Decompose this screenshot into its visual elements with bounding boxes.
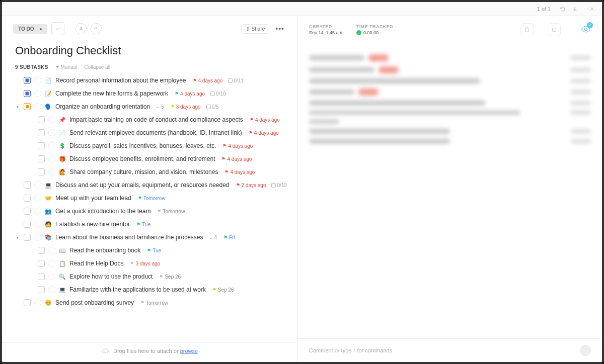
subtask-row[interactable]: ▾📄Record personal information about the …: [15, 74, 297, 87]
subtask-title[interactable]: Send relevant employee documents (handbo…: [69, 129, 242, 136]
drag-handle-icon[interactable]: [34, 181, 41, 189]
subtask-list[interactable]: ▾📄Record personal information about the …: [2, 73, 297, 342]
drag-handle-icon[interactable]: [48, 116, 55, 123]
subtask-checkbox[interactable]: [38, 286, 45, 293]
subtask-title[interactable]: Complete the new hire forms & paperwork: [55, 90, 168, 97]
subtask-title[interactable]: Organize an onboarding orientation: [55, 103, 150, 110]
collapse-toggle-icon[interactable]: ▾: [15, 105, 20, 109]
subtask-row[interactable]: ▾📝Complete the new hire forms & paperwor…: [15, 87, 297, 100]
tab-1[interactable]: [6, 5, 23, 13]
checklist-progress[interactable]: 0/10: [210, 91, 225, 97]
subtask-title[interactable]: Establish a new hire mentor: [55, 221, 130, 228]
attachment-dropzone[interactable]: Drop files here to attach or browse: [2, 342, 297, 362]
task-title[interactable]: Onboarding Checklist: [2, 39, 297, 64]
comment-input[interactable]: Comment or type / for commands: [298, 338, 602, 362]
due-date[interactable]: ⚑2 days ago: [236, 183, 266, 188]
subtask-row[interactable]: 💲Discuss payroll, sales incentives, bonu…: [15, 139, 297, 152]
subtask-title[interactable]: Discuss payroll, sales incentives, bonus…: [69, 142, 216, 149]
checklist-progress[interactable]: 0/10: [271, 183, 286, 188]
status-next-icon[interactable]: ▸: [37, 27, 42, 31]
due-date[interactable]: ⚑4 days ago: [193, 78, 223, 83]
drag-handle-icon[interactable]: [34, 221, 41, 228]
drag-handle-icon[interactable]: [48, 155, 55, 162]
drag-handle-icon[interactable]: [48, 247, 55, 254]
subtask-row[interactable]: ▾🤝Meet up with your team lead⚑Tomorrow: [15, 192, 297, 205]
subtask-checkbox[interactable]: [38, 116, 45, 123]
subtask-title[interactable]: Record personal information about the em…: [55, 77, 186, 84]
due-date[interactable]: ⚑Tue: [136, 222, 150, 227]
due-date[interactable]: ⚑Sep 26: [212, 287, 234, 293]
subtask-checkbox[interactable]: [38, 129, 45, 136]
tab-2[interactable]: [29, 5, 46, 13]
checklist-progress[interactable]: 0/5: [206, 104, 219, 110]
subtask-checkbox[interactable]: [38, 168, 45, 175]
subtask-title[interactable]: Meet up with your team lead: [55, 195, 131, 202]
refresh-icon[interactable]: [557, 3, 569, 15]
subtask-checkbox[interactable]: [38, 142, 45, 149]
share-button[interactable]: ⇧ Share: [241, 24, 270, 34]
drag-handle-icon[interactable]: [48, 260, 55, 267]
play-icon[interactable]: [356, 30, 361, 35]
due-date[interactable]: ⚑Tomorrow: [140, 300, 168, 306]
timer-button[interactable]: [520, 23, 534, 36]
subtask-row[interactable]: 🎁Discuss employee benefits, enrollment, …: [15, 152, 297, 165]
subtask-row[interactable]: ▾😊Send post onboarding survey⚑Tomorrow: [15, 296, 297, 309]
subtask-checkbox[interactable]: [24, 90, 31, 97]
mark-complete-button[interactable]: [51, 22, 64, 35]
due-date[interactable]: ⚑4 days ago: [175, 91, 205, 97]
subtask-checkbox[interactable]: [38, 273, 45, 280]
subtask-row[interactable]: ▾🧑Establish a new hire mentor⚑Tue: [15, 218, 297, 231]
drag-handle-icon[interactable]: [34, 208, 41, 215]
subtask-title[interactable]: Impart basic training on code of conduct…: [69, 116, 243, 123]
subtask-title[interactable]: Get a quick introduction to the team: [55, 208, 150, 215]
priority-add-icon[interactable]: [91, 23, 102, 34]
drag-handle-icon[interactable]: [48, 129, 55, 136]
assignee-add-icon[interactable]: [76, 23, 87, 34]
subtask-row[interactable]: ▾📚Learn about the business and familiari…: [15, 231, 297, 244]
subtask-title[interactable]: Send post onboarding survey: [55, 299, 134, 306]
close-icon[interactable]: [586, 3, 598, 15]
subtask-row[interactable]: ▾💻Discuss and set up your emails, equipm…: [15, 178, 297, 192]
subtask-row[interactable]: 📋Read the Help Docs⚑3 days ago: [15, 257, 297, 270]
drag-handle-icon[interactable]: [34, 103, 41, 110]
due-date[interactable]: ⚑Sep 26: [159, 274, 181, 280]
drag-handle-icon[interactable]: [34, 195, 41, 202]
collapse-toggle-icon[interactable]: ▾: [15, 235, 20, 240]
subtask-title[interactable]: Discuss and set up your emails, equipmen…: [55, 181, 230, 189]
subtask-checkbox[interactable]: [38, 247, 45, 254]
drag-handle-icon[interactable]: [48, 142, 55, 149]
watchers-button[interactable]: 2: [581, 24, 591, 35]
subtask-row[interactable]: 📖Read the onboarding book⚑Tue: [15, 244, 297, 257]
due-date[interactable]: ⚑4 days ago: [221, 156, 252, 162]
subtask-row[interactable]: 📄Send relevant employee documents (handb…: [15, 126, 297, 139]
collapse-all[interactable]: Collapse all: [84, 64, 110, 70]
subtask-title[interactable]: Familiarize with the applications to be …: [69, 286, 206, 293]
drag-handle-icon[interactable]: [34, 299, 41, 306]
subtask-title[interactable]: Learn about the business and familiarize…: [55, 234, 203, 241]
tab-3[interactable]: [53, 5, 73, 13]
drag-handle-icon[interactable]: [48, 273, 55, 280]
subtask-title[interactable]: Discuss employee benefits, enrollment, a…: [69, 155, 215, 162]
drag-handle-icon[interactable]: [48, 168, 55, 175]
browse-link[interactable]: browse: [180, 348, 198, 354]
status-button[interactable]: TO DO ▸: [13, 24, 47, 34]
subtask-checkbox[interactable]: [24, 103, 31, 110]
due-date[interactable]: ⚑Fri: [223, 235, 235, 240]
due-date[interactable]: ⚑4 days ago: [249, 130, 279, 136]
subtask-title[interactable]: Share company culture, mission, and visi…: [69, 168, 218, 175]
time-tracked-value[interactable]: 0:00:00: [356, 30, 393, 35]
subtask-checkbox[interactable]: [24, 208, 31, 215]
nested-count[interactable]: ⌄4: [209, 235, 217, 240]
drag-handle-icon[interactable]: [34, 90, 41, 97]
sort-manual[interactable]: Manual: [55, 64, 78, 70]
due-date[interactable]: ⚑Tomorrow: [138, 196, 166, 201]
subtask-row[interactable]: ▾👥Get a quick introduction to the team⚑T…: [15, 205, 297, 218]
due-date[interactable]: ⚑3 days ago: [171, 104, 201, 110]
due-date[interactable]: ⚑3 days ago: [130, 261, 160, 266]
due-date[interactable]: ⚑Tue: [147, 248, 161, 253]
more-menu-button[interactable]: •••: [273, 25, 286, 33]
due-date[interactable]: ⚑4 days ago: [222, 143, 253, 149]
subtask-checkbox[interactable]: [24, 181, 31, 189]
subtask-checkbox[interactable]: [24, 234, 31, 241]
subtask-row[interactable]: 💻Familiarize with the applications to be…: [15, 283, 297, 296]
